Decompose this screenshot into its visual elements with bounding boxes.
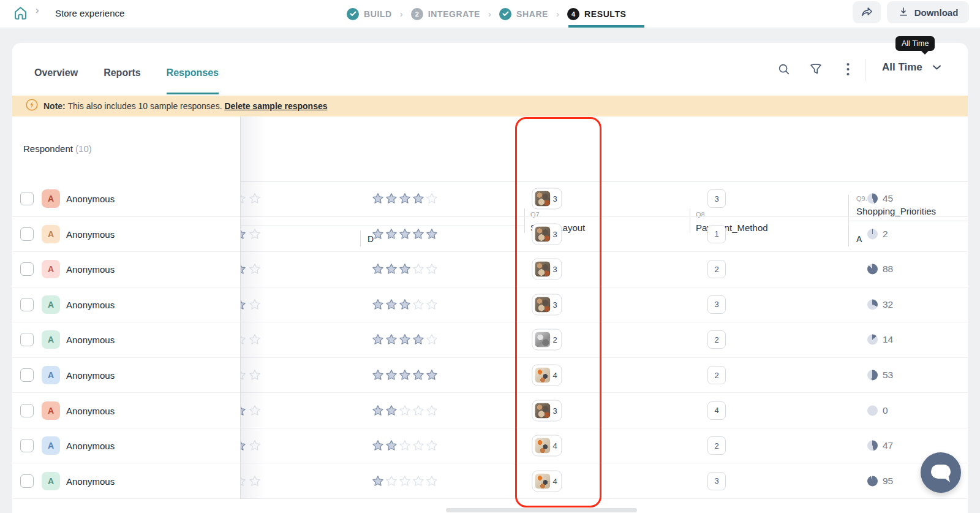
rating-stars — [372, 369, 438, 381]
store-photo-thumbnail — [535, 297, 550, 312]
time-filter-dropdown[interactable]: All Time — [882, 61, 941, 74]
step-build[interactable]: BUILD — [347, 8, 392, 20]
avatar: A — [42, 225, 60, 243]
step-number: 4 — [567, 8, 579, 20]
payment-method-answer-chip[interactable]: 3 — [707, 189, 726, 208]
respondent-name[interactable]: Anonymous — [66, 405, 115, 416]
avatar: A — [42, 330, 60, 349]
shopping-priorities-value: 88 — [883, 264, 893, 275]
payment-method-answer-chip[interactable]: 1 — [707, 225, 726, 243]
shopping-priorities-value: 2 — [883, 229, 888, 240]
delete-sample-responses-link[interactable]: Delete sample responses — [224, 101, 327, 111]
row-checkbox[interactable] — [20, 368, 34, 382]
row-checkbox[interactable] — [20, 404, 34, 417]
shopping-priorities-value: 0 — [883, 405, 888, 416]
step-share[interactable]: SHARE — [499, 8, 548, 20]
row-checkbox[interactable] — [20, 192, 34, 205]
step-integrate[interactable]: 2INTEGRATE — [411, 8, 480, 20]
shopping-priorities-pie — [867, 194, 878, 204]
tab-responses[interactable]: Responses — [167, 53, 219, 94]
share-icon — [860, 5, 873, 20]
shopping-priorities-value: 32 — [883, 299, 893, 310]
tab-reports[interactable]: Reports — [104, 53, 140, 94]
payment-method-answer-chip[interactable]: 2 — [707, 436, 726, 455]
row-checkbox[interactable] — [20, 333, 34, 346]
share-button[interactable] — [853, 1, 881, 23]
store-layout-answer-chip[interactable]: 4 — [532, 435, 562, 457]
store-layout-value: 3 — [552, 265, 557, 274]
payment-method-answer-chip[interactable]: 3 — [707, 472, 726, 490]
horizontal-scrollbar[interactable] — [446, 508, 637, 512]
breadcrumb[interactable]: Store experience — [55, 8, 124, 18]
rating-stars — [372, 439, 438, 452]
table-row: 3 3 32 A Anonymous — [12, 287, 968, 323]
home-button[interactable] — [11, 5, 29, 23]
store-photo-thumbnail — [535, 403, 550, 418]
chat-widget-button[interactable] — [921, 452, 961, 493]
payment-method-answer-chip[interactable]: 2 — [707, 260, 726, 278]
store-layout-answer-chip[interactable]: 3 — [532, 188, 562, 210]
respondent-name[interactable]: Anonymous — [66, 441, 115, 451]
respondent-name[interactable]: Anonymous — [66, 370, 115, 381]
row-checkbox[interactable] — [20, 439, 34, 452]
rating-stars — [372, 192, 438, 205]
store-layout-answer-chip[interactable]: 3 — [532, 259, 562, 280]
respondent-name[interactable]: Anonymous — [66, 476, 115, 486]
results-page: › Store experience BUILD›2INTEGRATE›SHAR… — [0, 0, 980, 513]
row-checkbox[interactable] — [20, 262, 34, 276]
respondent-header: Respondent (10) — [23, 143, 92, 154]
shopping-priorities-pie — [867, 264, 878, 275]
store-layout-value: 2 — [552, 335, 557, 344]
tab-bar: OverviewReportsResponses — [34, 53, 219, 94]
table-row: 3 1 2 A Anonymous — [12, 217, 968, 253]
respondent-cell: A Anonymous — [12, 463, 240, 498]
search-icon — [777, 63, 791, 78]
payment-method-answer-chip[interactable]: 2 — [707, 366, 726, 384]
store-layout-value: 3 — [552, 194, 557, 203]
store-layout-answer-chip[interactable]: 3 — [532, 223, 562, 245]
filter-button[interactable] — [804, 58, 828, 82]
respondent-name[interactable]: Anonymous — [66, 335, 115, 345]
row-checkbox[interactable] — [20, 298, 34, 311]
store-photo-thumbnail — [535, 368, 550, 383]
respondent-name[interactable]: Anonymous — [66, 229, 115, 239]
chevron-down-icon — [932, 62, 941, 73]
shopping-priorities-pie — [867, 335, 878, 345]
check-icon — [347, 8, 359, 20]
table-body: 3 3 45 A Anonymous 3 1 2 A Anonymous 3 2 — [12, 181, 968, 499]
store-layout-answer-chip[interactable]: 3 — [532, 400, 562, 421]
respondent-name[interactable]: Anonymous — [66, 264, 115, 275]
respondent-cell: A Anonymous — [12, 181, 240, 216]
shopping-priorities-pie — [867, 370, 878, 381]
store-layout-value: 4 — [552, 476, 557, 485]
store-layout-answer-chip[interactable]: 4 — [532, 470, 562, 492]
store-layout-value: 4 — [552, 371, 557, 380]
table-row: 3 2 88 A Anonymous — [12, 252, 968, 287]
respondent-cell: A Anonymous — [12, 322, 240, 357]
payment-method-answer-chip[interactable]: 3 — [707, 295, 726, 314]
download-button[interactable]: Download — [887, 1, 969, 23]
search-button[interactable] — [772, 58, 796, 82]
respondent-name[interactable]: Anonymous — [66, 299, 115, 310]
tab-overview[interactable]: Overview — [34, 53, 78, 94]
table-row: 2 2 14 A Anonymous — [12, 322, 968, 358]
respondent-name[interactable]: Anonymous — [66, 194, 115, 204]
rating-stars — [372, 228, 438, 240]
row-checkbox[interactable] — [20, 474, 34, 488]
table-row: 4 3 95 A Anonymous — [12, 463, 968, 499]
avatar: A — [42, 189, 60, 208]
avatar: A — [42, 436, 60, 455]
store-layout-answer-chip[interactable]: 2 — [532, 329, 562, 351]
store-layout-answer-chip[interactable]: 3 — [532, 294, 562, 315]
store-layout-answer-chip[interactable]: 4 — [532, 365, 562, 386]
payment-method-answer-chip[interactable]: 2 — [707, 330, 726, 349]
row-checkbox[interactable] — [20, 227, 34, 241]
more-options-button[interactable] — [835, 58, 860, 82]
payment-method-answer-chip[interactable]: 4 — [707, 401, 726, 420]
avatar: A — [42, 295, 60, 314]
download-label: Download — [914, 7, 959, 18]
step-chevron-icon: › — [488, 9, 491, 19]
step-results[interactable]: 4RESULTS — [567, 8, 627, 20]
respondent-cell: A Anonymous — [12, 217, 240, 252]
note-text: Note: This also includes 10 sample respo… — [43, 101, 328, 111]
